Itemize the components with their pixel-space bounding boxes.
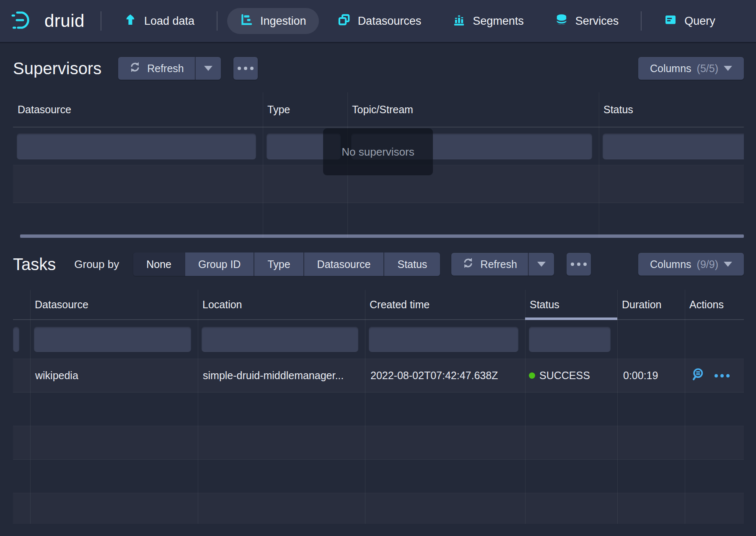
supervisors-refresh-button[interactable]: Refresh [118, 57, 195, 80]
chevron-down-icon [537, 262, 546, 267]
task-actions-more-icon[interactable] [715, 374, 730, 377]
header-status[interactable]: Status [525, 290, 617, 319]
group-by-group-id-button[interactable]: Group ID [185, 252, 254, 276]
hidden-column-filter-input[interactable] [13, 327, 19, 352]
status-filter-input[interactable] [529, 327, 611, 352]
ingestion-chart-icon [240, 13, 253, 29]
tasks-columns-button[interactable]: Columns (9/9) [638, 253, 744, 276]
header-hidden-column[interactable] [13, 290, 30, 319]
group-by-label: Group by [74, 258, 119, 271]
status-filter-input[interactable] [603, 133, 744, 159]
header-duration[interactable]: Duration [617, 290, 685, 319]
success-status-dot-icon [529, 372, 535, 379]
chevron-down-icon [724, 262, 732, 267]
nav-item-services[interactable]: Services [542, 8, 632, 34]
header-location[interactable]: Location [198, 290, 365, 319]
supervisors-horizontal-scrollbar[interactable] [20, 234, 744, 238]
druid-logo[interactable]: druid [11, 10, 85, 31]
header-type[interactable]: Type [263, 92, 347, 127]
tasks-refresh-button[interactable]: Refresh [451, 253, 528, 276]
datasources-icon [337, 13, 351, 29]
tasks-table: Datasource Location Created time Status … [13, 290, 744, 524]
header-status[interactable]: Status [599, 92, 744, 127]
nav-item-label: Query [684, 15, 715, 28]
task-created-time-cell: 2022-08-02T07:42:47.638Z [365, 359, 525, 392]
supervisors-header: Supervisors Refresh Columns (5/5) [0, 57, 756, 80]
header-datasource[interactable]: Datasource [13, 92, 263, 127]
supervisors-columns-button[interactable]: Columns (5/5) [638, 57, 744, 80]
task-duration-cell: 0:00:19 [617, 359, 685, 392]
task-row[interactable]: wikipedia simple-druid-middlemanager... … [13, 359, 744, 393]
nav-item-load-data[interactable]: Load data [111, 8, 207, 34]
datasource-filter-input[interactable] [34, 327, 191, 352]
nav-item-segments[interactable]: Segments [440, 8, 536, 34]
nav-divider [101, 11, 101, 31]
tasks-header: Tasks Group by None Group ID Type Dataso… [0, 252, 756, 276]
empty-task-row [13, 426, 744, 460]
druid-logo-icon [11, 10, 37, 31]
task-status-label: SUCCESS [539, 369, 590, 382]
tasks-table-header-row: Datasource Location Created time Status … [13, 290, 744, 320]
empty-task-row [13, 493, 744, 524]
tasks-refresh-split-button: Refresh [451, 253, 554, 276]
tasks-more-button[interactable] [567, 253, 591, 276]
task-status-cell[interactable]: SUCCESS [525, 359, 617, 392]
header-topic-stream[interactable]: Topic/Stream [347, 92, 599, 127]
supervisors-refresh-split-button: Refresh [118, 57, 221, 80]
no-supervisors-message: No supervisors [323, 128, 433, 175]
task-location-cell: simple-druid-middlemanager... [198, 359, 365, 392]
task-actions-cell [685, 359, 744, 392]
refresh-label: Refresh [147, 62, 184, 75]
columns-count: (5/5) [697, 62, 718, 75]
more-icon [238, 67, 254, 70]
refresh-label: Refresh [480, 258, 517, 271]
empty-task-row [13, 460, 744, 493]
chevron-down-icon [204, 66, 212, 71]
nav-item-query[interactable]: Query [651, 8, 728, 34]
supervisors-refresh-interval-button[interactable] [195, 57, 221, 80]
header-actions[interactable]: Actions [685, 290, 744, 319]
datasource-filter-input[interactable] [17, 133, 256, 159]
empty-task-row [13, 393, 744, 426]
columns-label: Columns [650, 62, 691, 75]
columns-label: Columns [650, 258, 691, 271]
refresh-icon [129, 61, 141, 75]
group-by-none-button[interactable]: None [133, 252, 184, 276]
group-by-status-button[interactable]: Status [384, 252, 440, 276]
location-filter-input[interactable] [202, 327, 358, 352]
header-status-label: Status [530, 299, 559, 311]
columns-count: (9/9) [697, 258, 718, 271]
group-by-type-button[interactable]: Type [254, 252, 303, 276]
inspect-task-magnifier-icon[interactable] [691, 367, 705, 384]
supervisors-more-button[interactable] [233, 57, 258, 80]
nav-item-label: Services [575, 15, 619, 28]
header-created-time[interactable]: Created time [365, 290, 525, 319]
chevron-down-icon [724, 66, 732, 71]
supervisors-title: Supervisors [13, 59, 101, 78]
empty-supervisor-row [13, 203, 744, 234]
nav-divider [217, 11, 217, 31]
group-by-segmented-control: None Group ID Type Datasource Status [133, 252, 440, 276]
services-icon [555, 13, 568, 29]
nav-item-label: Ingestion [260, 15, 306, 28]
nav-item-ingestion[interactable]: Ingestion [227, 8, 319, 34]
logo-text: druid [44, 11, 85, 31]
group-by-datasource-button[interactable]: Datasource [304, 252, 384, 276]
nav-item-label: Load data [144, 15, 194, 28]
top-navigation: druid Load data Ingestion Datasou [0, 0, 756, 42]
supervisors-table-header-row: Datasource Type Topic/Stream Status [13, 92, 744, 127]
tasks-filter-row [13, 320, 744, 359]
created-time-filter-input[interactable] [369, 327, 518, 352]
tasks-refresh-interval-button[interactable] [528, 253, 554, 276]
more-icon [571, 263, 587, 266]
refresh-icon [462, 257, 474, 271]
header-datasource[interactable]: Datasource [30, 290, 198, 319]
nav-item-label: Datasources [358, 15, 422, 28]
nav-item-label: Segments [473, 15, 524, 28]
supervisors-table: Datasource Type Topic/Stream Status No s… [13, 92, 744, 238]
upload-icon [124, 13, 137, 29]
nav-divider [641, 11, 642, 31]
query-icon [664, 13, 677, 29]
task-datasource-cell[interactable]: wikipedia [30, 359, 198, 392]
nav-item-datasources[interactable]: Datasources [325, 8, 434, 34]
